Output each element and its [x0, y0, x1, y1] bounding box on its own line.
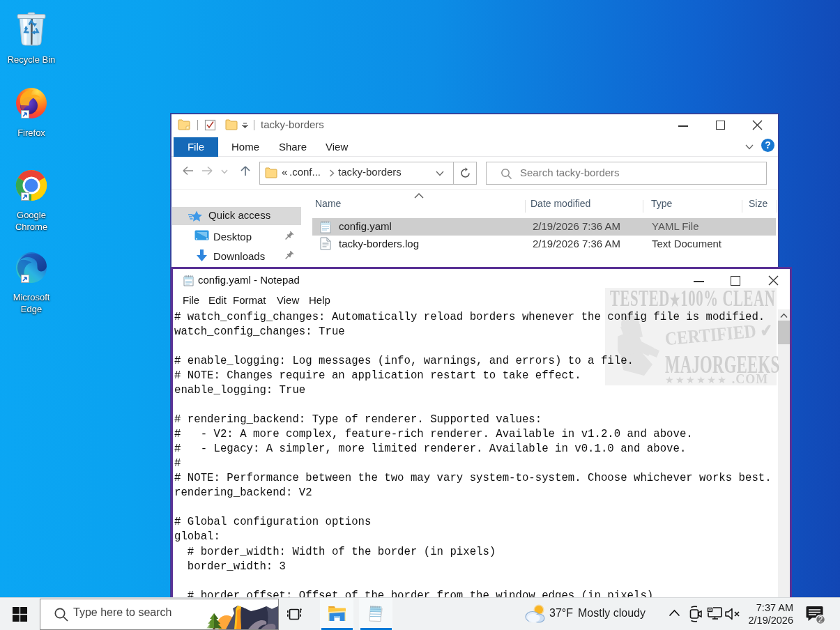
svg-text:2: 2	[818, 615, 823, 624]
